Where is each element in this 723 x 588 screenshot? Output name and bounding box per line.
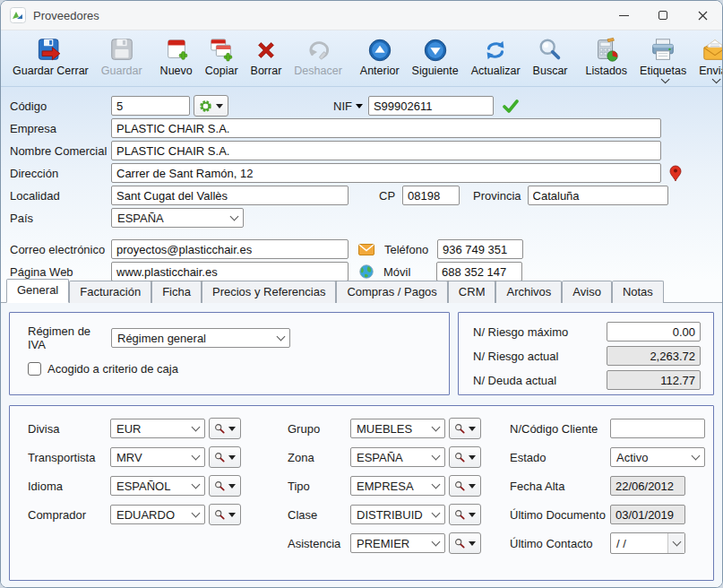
idioma-select[interactable]: ESPAÑOL bbox=[110, 476, 205, 496]
delete-button[interactable]: Borrar bbox=[245, 33, 288, 84]
codigo-input[interactable] bbox=[111, 96, 190, 116]
copy-button[interactable]: Copiar bbox=[199, 33, 245, 84]
estado-select[interactable]: Activo bbox=[610, 447, 705, 467]
regimen-iva-select[interactable]: Régimen general bbox=[111, 328, 290, 348]
refresh-button[interactable]: Actualizar bbox=[465, 33, 527, 84]
ultimo-contacto-chevron-icon bbox=[672, 538, 681, 547]
save-close-button[interactable]: Guardar Cerrar bbox=[6, 33, 95, 84]
ultimo-contacto-datepicker[interactable]: / / bbox=[610, 532, 685, 554]
lookup-magnifier-icon bbox=[214, 452, 225, 463]
clase-value: DISTRIBUID bbox=[357, 508, 429, 522]
comprador-value: EDUARDO bbox=[116, 508, 189, 522]
close-button[interactable] bbox=[683, 1, 722, 30]
transportista-lookup-button[interactable] bbox=[209, 446, 241, 468]
codigo-cliente-input[interactable] bbox=[610, 419, 705, 438]
lookup-magnifier-icon bbox=[214, 509, 225, 520]
cp-input[interactable] bbox=[402, 186, 460, 205]
tab-general[interactable]: General bbox=[6, 279, 69, 303]
nif-input[interactable] bbox=[368, 96, 494, 116]
comprador-select[interactable]: EDUARDO bbox=[110, 505, 205, 524]
pais-select[interactable]: ESPAÑA bbox=[111, 208, 244, 228]
maximize-icon bbox=[658, 11, 667, 20]
lists-label: Listados bbox=[586, 65, 628, 77]
tab-aviso[interactable]: Aviso bbox=[562, 281, 612, 303]
ultimo-contacto-dropdown-button[interactable] bbox=[667, 533, 684, 553]
tab-ficha[interactable]: Ficha bbox=[151, 281, 202, 303]
lookup-magnifier-icon bbox=[454, 509, 465, 520]
direccion-input[interactable] bbox=[111, 163, 661, 183]
nombre-comercial-input[interactable] bbox=[111, 141, 661, 160]
tab-facturacion[interactable]: Facturación bbox=[69, 281, 151, 303]
next-button[interactable]: Siguiente bbox=[406, 33, 465, 84]
copy-icon bbox=[208, 35, 235, 65]
send-button[interactable]: Enviar bbox=[693, 33, 723, 84]
transportista-select[interactable]: MRV bbox=[110, 447, 205, 467]
clase-select[interactable]: DISTRIBUID bbox=[350, 505, 445, 524]
save-close-icon bbox=[36, 35, 65, 65]
tab-compras-pagos[interactable]: Compras / Pagos bbox=[336, 281, 447, 303]
globe-icon[interactable] bbox=[359, 264, 374, 279]
tab-archivos[interactable]: Archivos bbox=[495, 281, 562, 303]
grupo-lookup-button[interactable] bbox=[449, 418, 481, 439]
new-button[interactable]: Nuevo bbox=[154, 33, 199, 84]
riesgo-actual-value bbox=[607, 346, 701, 366]
tab-precios-referencias[interactable]: Precios y Referencias bbox=[202, 281, 336, 303]
window-title: Proveedores bbox=[33, 9, 604, 22]
tipo-select[interactable]: EMPRESA bbox=[350, 476, 445, 496]
comprador-lookup-button[interactable] bbox=[209, 504, 241, 525]
movil-label: Móvil bbox=[383, 265, 433, 279]
localidad-input[interactable] bbox=[111, 186, 349, 205]
maximize-button[interactable] bbox=[643, 1, 683, 30]
idioma-lookup-button[interactable] bbox=[209, 475, 241, 497]
asistencia-lookup-arrow bbox=[469, 541, 476, 546]
regimen-iva-label: Régimen de IVA bbox=[28, 324, 111, 351]
web-input[interactable] bbox=[111, 262, 349, 281]
divisa-select[interactable]: EUR bbox=[110, 419, 205, 438]
tipo-label: Tipo bbox=[288, 480, 350, 493]
asistencia-select[interactable]: PREMIER bbox=[350, 533, 445, 553]
minimize-button[interactable] bbox=[604, 1, 643, 30]
tipo-value: EMPRESA bbox=[357, 480, 429, 493]
empresa-input[interactable] bbox=[111, 118, 661, 138]
previous-icon bbox=[366, 35, 393, 65]
search-button[interactable]: Buscar bbox=[527, 33, 574, 84]
pais-chevron-icon bbox=[230, 212, 239, 221]
riesgo-maximo-input[interactable] bbox=[607, 322, 701, 342]
lists-button[interactable]: Listados bbox=[580, 33, 634, 84]
transportista-chevron-icon bbox=[192, 452, 201, 461]
grupo-lookup-arrow bbox=[469, 427, 476, 431]
pais-label: País bbox=[10, 212, 111, 225]
ultimo-documento-value bbox=[610, 505, 685, 524]
clase-lookup-button[interactable] bbox=[449, 504, 481, 525]
provincia-input[interactable] bbox=[528, 186, 668, 205]
email-input[interactable] bbox=[111, 239, 349, 259]
divisa-lookup-button[interactable] bbox=[209, 418, 241, 439]
clase-chevron-icon bbox=[432, 509, 441, 518]
web-row: Página Web Móvil bbox=[10, 261, 713, 282]
undo-icon bbox=[305, 35, 331, 65]
nif-type-dropdown[interactable]: NIF bbox=[333, 99, 363, 113]
nif-label: NIF bbox=[333, 99, 352, 113]
zona-chevron-icon bbox=[432, 452, 441, 461]
window-controls bbox=[604, 1, 722, 30]
codigo-options-button[interactable] bbox=[194, 95, 228, 117]
telefono-input[interactable] bbox=[437, 239, 523, 259]
estado-label: Estado bbox=[510, 451, 610, 464]
grupo-select[interactable]: MUEBLES bbox=[350, 419, 445, 438]
previous-button[interactable]: Anterior bbox=[354, 33, 406, 84]
asistencia-lookup-button[interactable] bbox=[449, 532, 481, 554]
labels-button[interactable]: Etiquetas bbox=[633, 33, 693, 84]
tab-notas[interactable]: Notas bbox=[612, 281, 664, 303]
criterio-caja-checkbox[interactable] bbox=[28, 362, 41, 376]
zona-select[interactable]: ESPAÑA bbox=[350, 447, 445, 467]
movil-input[interactable] bbox=[436, 262, 522, 281]
grupo-value: MUEBLES bbox=[357, 422, 429, 436]
zona-lookup-button[interactable] bbox=[449, 446, 481, 468]
riesgo-actual-label: N/ Riesgo actual bbox=[473, 350, 607, 363]
tab-crm[interactable]: CRM bbox=[448, 281, 496, 303]
copy-label: Copiar bbox=[205, 65, 238, 77]
tipo-lookup-button[interactable] bbox=[449, 475, 481, 497]
spacer bbox=[10, 229, 713, 238]
map-pin-icon[interactable] bbox=[669, 165, 682, 182]
mail-icon[interactable] bbox=[358, 244, 374, 255]
